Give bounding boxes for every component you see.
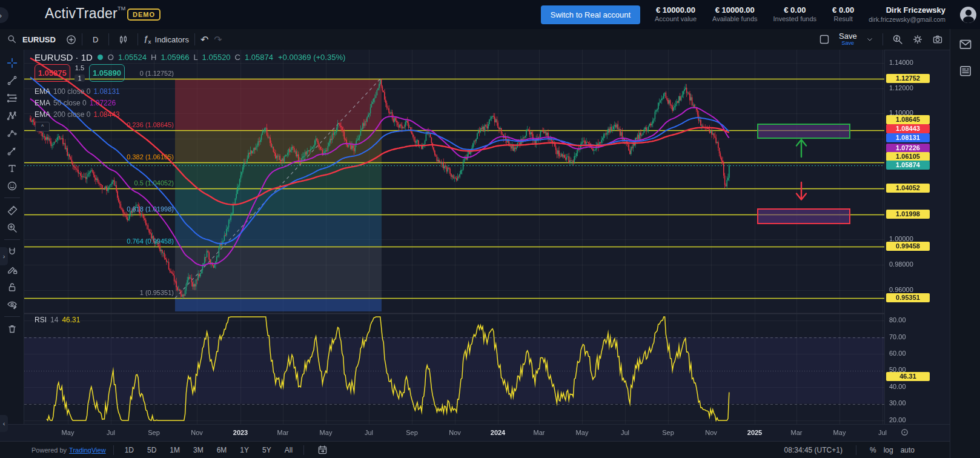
- price-label-chip: 1.01998: [886, 210, 930, 219]
- range-button-5y[interactable]: 5Y: [259, 445, 275, 456]
- crosshair-tool-icon[interactable]: [3, 54, 21, 71]
- chevron-down-icon[interactable]: [866, 36, 873, 43]
- forecast-tool-icon[interactable]: [3, 124, 21, 142]
- xabcd-pattern-tool-icon[interactable]: [3, 107, 21, 124]
- trademark: TM: [118, 5, 126, 12]
- layout-square-icon[interactable]: [819, 34, 830, 45]
- text-tool-tool-icon[interactable]: [3, 159, 21, 177]
- stat-label: Available funds: [712, 15, 757, 24]
- account-stat: € 0.00Result: [832, 5, 854, 24]
- range-button-1y[interactable]: 1Y: [236, 445, 253, 456]
- clock[interactable]: 08:34:45 (UTC+1): [784, 446, 843, 454]
- time-axis-label: Nov: [449, 429, 461, 436]
- price-label-chip: 1.08645: [886, 115, 930, 124]
- stat-value: € 0.00: [832, 5, 854, 15]
- stat-value: € 0.00: [784, 5, 806, 15]
- settings-gear-icon[interactable]: [912, 34, 923, 45]
- time-axis[interactable]: ‹ MayJulSepNov2023MarMayJulSepNov2024Mar…: [0, 424, 950, 442]
- fib-lines-tool-icon[interactable]: [3, 89, 21, 107]
- eye-drawings-tool-icon[interactable]: [3, 296, 21, 313]
- stat-value: € 10000.00: [656, 5, 695, 15]
- scale-mode-percent[interactable]: %: [870, 446, 876, 454]
- switch-to-real-button[interactable]: Switch to Real account: [541, 5, 640, 24]
- chart-toolbar-left: EURUSD D ƒx Indicators ↶ ↷: [7, 29, 222, 50]
- save-layout-button[interactable]: Save Save: [839, 32, 857, 46]
- price-scale[interactable]: 1.140001.120001.100001.000000.980000.960…: [884, 50, 950, 424]
- chart-type-candles-icon[interactable]: [114, 35, 132, 45]
- activtrader-logo: ActivTraderTM: [45, 5, 126, 22]
- range-button-1m[interactable]: 1M: [166, 445, 184, 456]
- ruler-tool-icon[interactable]: [3, 201, 21, 219]
- account-stat: € 10000.00Account value: [655, 5, 697, 24]
- save-sub-label: Save: [842, 41, 855, 46]
- account-stat: € 0.00Invested funds: [773, 5, 817, 24]
- divider: [194, 33, 195, 45]
- range-button-all[interactable]: All: [281, 445, 296, 456]
- scale-settings-icon[interactable]: [900, 428, 909, 437]
- range-button-6m[interactable]: 6M: [213, 445, 231, 456]
- zoom-in-tool-icon[interactable]: [3, 219, 21, 236]
- range-button-3m[interactable]: 3M: [190, 445, 207, 456]
- axis-tick-label: 70.00: [889, 333, 906, 340]
- news-icon[interactable]: [959, 64, 972, 78]
- time-axis-label: Jul: [107, 429, 115, 436]
- envelope-icon[interactable]: [959, 38, 972, 51]
- chart-toolbar: EURUSD D ƒx Indicators ↶ ↷ Save Save: [0, 29, 980, 50]
- divider: [4, 197, 20, 198]
- divider: [882, 33, 883, 45]
- time-axis-label: Mar: [791, 429, 803, 436]
- time-axis-label: 2024: [491, 429, 505, 436]
- scale-mode-buttons: %logauto: [870, 446, 915, 454]
- divider: [82, 33, 82, 45]
- right-sidebar: [950, 29, 980, 458]
- sidebar-expand-chevron[interactable]: ›: [0, 247, 8, 265]
- compare-add-icon[interactable]: [66, 35, 76, 45]
- unlock-tool-icon[interactable]: [3, 278, 21, 296]
- trend-line-tool-icon[interactable]: [3, 71, 21, 89]
- axis-tick-label: 80.00: [889, 316, 906, 324]
- tradingview-link[interactable]: TradingView: [69, 446, 106, 454]
- panel-expand-chevron[interactable]: ›: [0, 7, 8, 23]
- divider: [856, 445, 856, 455]
- divider: [113, 445, 114, 455]
- price-label-chip: 1.08443: [886, 124, 930, 133]
- interval-button[interactable]: D: [88, 35, 103, 44]
- emoji-tool-icon[interactable]: [3, 177, 21, 194]
- user-block[interactable]: Dirk Friczewsky dirk.friczewsky@gmail.co…: [869, 5, 945, 24]
- symbol-search-button[interactable]: EURUSD: [22, 35, 56, 44]
- quick-search-icon[interactable]: [892, 34, 903, 45]
- redo-button[interactable]: ↷: [214, 34, 222, 45]
- trash-tool-icon[interactable]: [3, 320, 21, 337]
- scale-mode-log[interactable]: log: [884, 446, 893, 454]
- timeline-collapse-chevron[interactable]: ‹: [0, 415, 8, 432]
- time-axis-label: Jul: [621, 429, 629, 436]
- time-axis-label: May: [62, 429, 74, 436]
- divider: [4, 239, 20, 240]
- snapshot-camera-icon[interactable]: [932, 34, 943, 45]
- price-label-chip: 1.05874: [886, 161, 930, 170]
- avatar[interactable]: [960, 7, 976, 23]
- time-axis-label: 2023: [233, 429, 248, 436]
- go-to-date-icon[interactable]: [317, 445, 328, 455]
- range-button-1d[interactable]: 1D: [121, 445, 137, 456]
- powered-by-label: Powered by: [31, 446, 67, 454]
- undo-button[interactable]: ↶: [200, 34, 208, 45]
- bottom-bar: Powered by TradingView 1D5D1M3M6M1Y5YAll…: [0, 441, 950, 458]
- indicators-button[interactable]: ƒx Indicators: [144, 34, 189, 45]
- indicators-label: Indicators: [155, 35, 189, 44]
- range-button-5d[interactable]: 5D: [144, 445, 160, 456]
- activtrader-app: › ActivTraderTM DEMO Switch to Real acco…: [0, 0, 980, 458]
- axis-tick-label: 40.00: [889, 383, 906, 390]
- user-name: Dirk Friczewsky: [886, 5, 945, 16]
- search-icon[interactable]: [7, 35, 17, 44]
- stat-label: Invested funds: [773, 15, 817, 24]
- price-chart-canvas[interactable]: [24, 50, 884, 424]
- price-label-chip: 1.08131: [886, 133, 930, 142]
- arrow-marker-tool-icon[interactable]: [3, 142, 21, 159]
- chevron-right-icon: ›: [3, 253, 5, 260]
- scale-mode-auto[interactable]: auto: [901, 446, 915, 454]
- axis-tick-label: 60.00: [889, 350, 906, 357]
- price-label-chip: 1.12752: [886, 74, 930, 83]
- time-axis-label: Sep: [148, 429, 160, 436]
- time-axis-label: Sep: [406, 429, 418, 436]
